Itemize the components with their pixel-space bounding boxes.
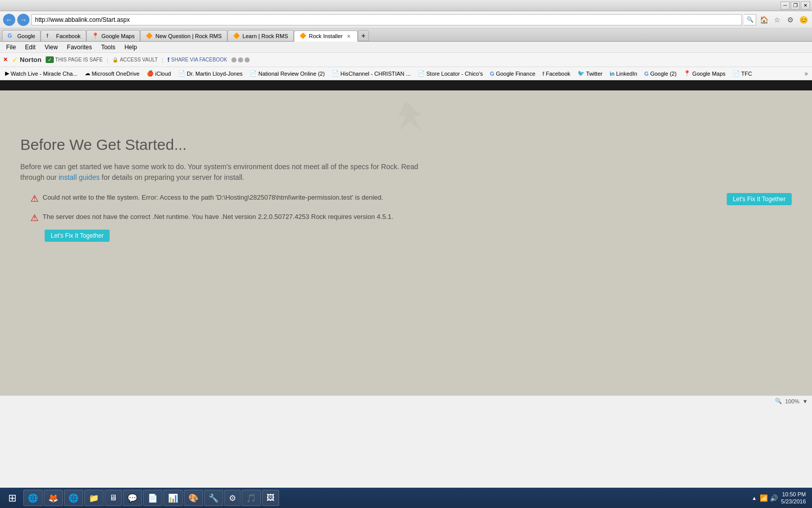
menu-edit[interactable]: Edit xyxy=(21,43,40,52)
taskbar-settings-icon[interactable]: ⚙ xyxy=(224,490,241,506)
error-text-2: The server does not have the correct .Ne… xyxy=(43,212,393,221)
bookmark-googlefinance[interactable]: G Google Finance xyxy=(487,70,538,78)
norton-toolbar: ✕ ✓ Norton ✓ THIS PAGE IS SAFE | 🔒 ACCES… xyxy=(0,53,812,67)
tab-learnrock[interactable]: 🔶 Learn | Rock RMS xyxy=(227,30,294,41)
taskbar-tool-icon[interactable]: 🔧 xyxy=(204,490,223,506)
taskbar-folder-icon[interactable]: 📁 xyxy=(84,490,104,506)
bookmark-icloud[interactable]: 🍎 iCloud xyxy=(144,69,174,78)
menu-file[interactable]: File xyxy=(2,43,20,52)
bookmark-icloud-icon: 🍎 xyxy=(147,70,154,77)
bookmark-linkedin[interactable]: in LinkedIn xyxy=(606,70,640,78)
bookmarks-bar: ▶ Watch Live - Miracle Cha... ☁ Microsof… xyxy=(0,67,812,80)
tab-facebook[interactable]: f Facebook xyxy=(41,30,86,41)
norton-safe-indicator: ✓ THIS PAGE IS SAFE xyxy=(46,56,103,63)
googlemaps-favicon: 📍 xyxy=(92,33,99,40)
taskbar-media-icon[interactable]: 🎵 xyxy=(242,490,261,506)
install-guides-link[interactable]: install guides xyxy=(59,173,100,181)
bookmark-onedrive-icon: ☁ xyxy=(85,70,90,77)
taskbar-ie2-icon[interactable]: 🌐 xyxy=(64,490,83,506)
bookmark-googlefinance-icon: G xyxy=(490,71,495,77)
address-input[interactable]: http://www.abbalink.com/Start.aspx xyxy=(31,14,742,25)
bookmark-twitter[interactable]: 🐦 Twitter xyxy=(574,69,605,78)
norton-vault-button[interactable]: 🔒 ACCESS VAULT xyxy=(112,57,158,62)
bookmark-chicos-label: Store Locator - Chico's xyxy=(426,71,483,77)
tab-close-button[interactable]: ✕ xyxy=(345,33,352,40)
tray-network-icon: 📶 xyxy=(760,494,768,502)
taskbar-ie-icon[interactable]: 🌐 xyxy=(23,490,43,506)
learnrock-favicon: 🔶 xyxy=(233,33,240,40)
fix-button-2-container: Let's Fix It Together xyxy=(45,228,110,242)
taskbar-excel-icon[interactable]: 📊 xyxy=(163,490,183,506)
dot-3 xyxy=(245,57,250,62)
window-controls: ─ ❐ ✕ xyxy=(781,2,810,10)
close-button[interactable]: ✕ xyxy=(801,2,810,10)
menu-favorites[interactable]: Favorites xyxy=(63,43,96,52)
menu-tools[interactable]: Tools xyxy=(97,43,119,52)
menu-help[interactable]: Help xyxy=(120,43,141,52)
bookmark-nationalreview[interactable]: 📄 National Review Online (2) xyxy=(247,69,328,78)
taskbar-word-icon[interactable]: 📄 xyxy=(143,490,162,506)
tab-newquestion[interactable]: 🔶 New Question | Rock RMS xyxy=(140,30,227,41)
bookmarks-more-button[interactable]: » xyxy=(802,70,810,77)
taskbar-ps-icon[interactable]: 🎨 xyxy=(184,490,203,506)
bookmark-googlemaps-bm-icon: 📍 xyxy=(684,70,691,77)
favorites-star-icon[interactable]: ☆ xyxy=(771,14,783,25)
tab-rockinstaller[interactable]: 🔶 Rock Installer ✕ xyxy=(294,30,358,42)
error-item-2: ⚠ The server does not have the correct .… xyxy=(30,212,792,242)
settings-icon[interactable]: ⚙ xyxy=(785,14,796,25)
tray-expand-button[interactable]: ▲ xyxy=(752,495,757,501)
bookmark-linkedin-label: LinkedIn xyxy=(616,71,637,77)
bookmark-tfc-icon: 📄 xyxy=(733,70,740,77)
bookmark-hischannel[interactable]: 📄 HisChannel - CHRISTIAN ... xyxy=(329,69,414,78)
taskbar-computer-icon[interactable]: 🖥 xyxy=(105,490,122,506)
vault-icon: 🔒 xyxy=(112,57,118,62)
taskbar-firefox-icon[interactable]: 🦊 xyxy=(44,490,63,506)
taskbar-date-label: 5/23/2016 xyxy=(781,498,806,505)
fix-button-1[interactable]: Let's Fix It Together xyxy=(727,193,792,205)
bookmark-facebook-icon: f xyxy=(543,71,545,77)
home-icon[interactable]: 🏠 xyxy=(758,14,769,25)
newquestion-favicon: 🔶 xyxy=(146,33,153,40)
tab-google[interactable]: G Google xyxy=(2,30,41,41)
menu-view[interactable]: View xyxy=(41,43,62,52)
fix-button-2[interactable]: Let's Fix It Together xyxy=(45,230,110,242)
bookmark-googlemaps-label: Google Maps xyxy=(692,71,725,77)
facebook-share-icon: f xyxy=(167,56,170,64)
bookmark-googlemaps[interactable]: 📍 Google Maps xyxy=(681,69,728,78)
bookmark-tfc[interactable]: 📄 TFC xyxy=(730,69,755,78)
facebook-favicon: f xyxy=(46,33,53,40)
tab-google-label: Google xyxy=(17,33,35,39)
status-bar: 🔍 100% ▼ xyxy=(0,395,812,406)
restore-button[interactable]: ❐ xyxy=(791,2,800,10)
dot-2 xyxy=(238,57,243,62)
bookmark-facebook[interactable]: f Facebook xyxy=(539,70,573,78)
main-content: Before We Get Started... Before we can g… xyxy=(0,90,812,395)
taskbar-gallery-icon[interactable]: 🖼 xyxy=(262,490,279,506)
bookmark-chicos[interactable]: 📄 Store Locator - Chico's xyxy=(415,69,486,78)
bookmark-watchlive[interactable]: ▶ Watch Live - Miracle Cha... xyxy=(2,69,81,78)
google-favicon: G xyxy=(8,33,15,40)
bookmark-onedrive[interactable]: ☁ Microsoft OneDrive xyxy=(82,69,143,78)
norton-facebook-share[interactable]: f SHARE VIA FACEBOOK xyxy=(167,56,227,64)
bookmark-google2[interactable]: G Google (2) xyxy=(641,70,680,78)
start-button[interactable]: ⊞ xyxy=(2,489,22,507)
rockinstaller-favicon: 🔶 xyxy=(299,33,307,40)
bookmark-twitter-icon: 🐦 xyxy=(578,70,585,77)
bookmark-chicos-icon: 📄 xyxy=(418,70,425,77)
norton-close-icon[interactable]: ✕ xyxy=(3,56,8,63)
smiley-icon[interactable]: 😊 xyxy=(798,14,809,25)
minimize-button[interactable]: ─ xyxy=(781,2,790,10)
taskbar-time-label: 10:50 PM xyxy=(781,491,806,498)
tab-googlemaps-label: Google Maps xyxy=(101,33,134,39)
taskbar-clock: 10:50 PM 5/23/2016 xyxy=(781,491,806,505)
new-tab-button[interactable]: + xyxy=(358,30,369,41)
forward-button[interactable]: → xyxy=(17,14,29,26)
zoom-dropdown-icon[interactable]: ▼ xyxy=(802,398,808,404)
page-heading: Before We Get Started... xyxy=(20,136,792,153)
tab-googlemaps[interactable]: 📍 Google Maps xyxy=(86,30,140,41)
error-icon-2: ⚠ xyxy=(30,212,39,224)
error-list: ⚠ Could not write to the file system. Er… xyxy=(30,193,792,242)
bookmark-lloydjonesreed[interactable]: 📄 Dr. Martin Lloyd-Jones xyxy=(175,69,246,78)
back-button[interactable]: ← xyxy=(3,14,15,26)
taskbar-chat-icon[interactable]: 💬 xyxy=(123,490,142,506)
